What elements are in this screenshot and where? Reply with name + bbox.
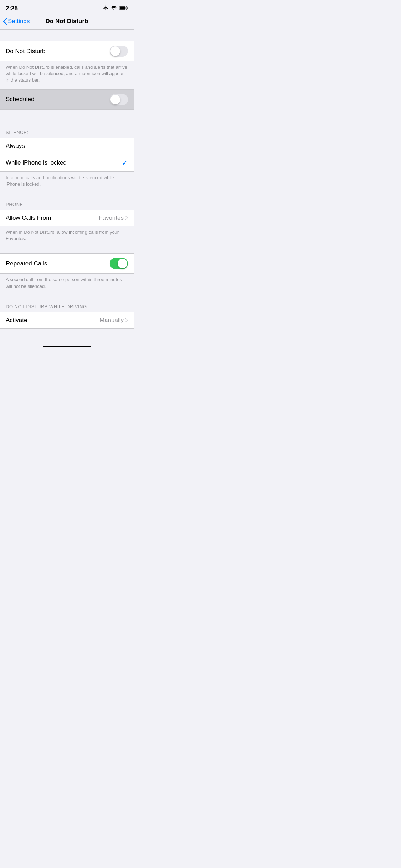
spacer-2 [0,248,134,253]
bottom-spacer [0,329,134,343]
status-bar: 2:25 [0,0,134,15]
allow-calls-label: Allow Calls From [6,215,51,222]
scheduled-toggle-thumb [110,95,120,104]
top-spacer [0,30,134,41]
do-not-disturb-row: Do Not Disturb [0,41,134,61]
wifi-icon [111,5,117,12]
do-not-disturb-toggle[interactable] [110,46,128,57]
phone-section-header: PHONE [0,193,134,210]
back-button[interactable]: Settings [3,18,30,25]
home-indicator [0,343,134,349]
driving-section-header: DO NOT DISTURB WHILE DRIVING [0,295,134,312]
activate-section: Activate Manually [0,312,134,329]
scheduled-toggle[interactable] [110,94,128,105]
activate-row[interactable]: Activate Manually [0,312,134,328]
activate-label: Activate [6,317,27,324]
silence-section: Always While iPhone is locked ✓ [0,138,134,172]
spacer-1 [0,110,134,121]
repeated-calls-row: Repeated Calls [0,254,134,273]
toggle-thumb [110,46,120,56]
silence-section-header: SILENCE: [0,121,134,138]
activate-chevron-icon [125,318,128,322]
silence-always-label: Always [6,143,25,150]
repeated-calls-section: Repeated Calls [0,253,134,274]
chevron-right-icon [125,216,128,220]
airplane-icon [103,5,109,12]
silence-footer: Incoming calls and notifications will be… [0,172,134,193]
nav-title: Do Not Disturb [46,18,88,25]
home-bar [43,346,91,347]
silence-always-row[interactable]: Always [0,138,134,154]
allow-calls-row[interactable]: Allow Calls From Favorites [0,210,134,226]
activate-value: Manually [99,317,128,324]
allow-calls-footer: When in Do Not Disturb, allow incoming c… [0,226,134,248]
scheduled-row: Scheduled [0,90,134,109]
status-icons [103,5,128,12]
allow-calls-value: Favorites [99,215,128,222]
repeated-calls-toggle[interactable] [110,258,128,269]
back-label: Settings [8,18,30,25]
silence-locked-label: While iPhone is locked [6,159,67,166]
scheduled-section: Scheduled [0,89,134,110]
allow-calls-value-text: Favorites [99,215,124,222]
repeated-calls-label: Repeated Calls [6,260,47,267]
scheduled-label: Scheduled [6,96,34,103]
repeated-calls-footer: A second call from the same person withi… [0,274,134,295]
do-not-disturb-label: Do Not Disturb [6,48,45,55]
nav-bar: Settings Do Not Disturb [0,15,134,29]
battery-icon [119,5,128,12]
repeated-calls-toggle-thumb [118,259,127,268]
status-time: 2:25 [6,5,18,12]
do-not-disturb-footer: When Do Not Disturb is enabled, calls an… [0,61,134,89]
silence-locked-checkmark: ✓ [122,159,128,167]
silence-locked-row[interactable]: While iPhone is locked ✓ [0,154,134,171]
allow-calls-section: Allow Calls From Favorites [0,210,134,226]
activate-value-text: Manually [99,317,124,324]
svg-rect-1 [120,6,126,9]
do-not-disturb-section: Do Not Disturb [0,41,134,61]
